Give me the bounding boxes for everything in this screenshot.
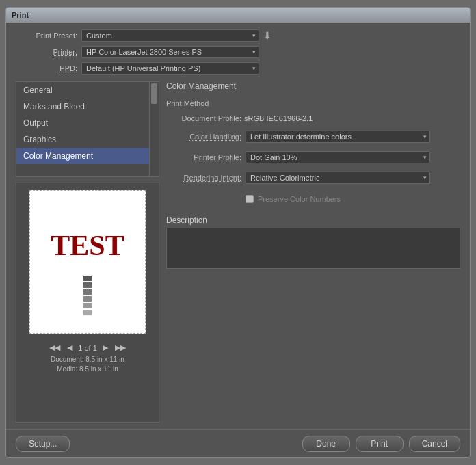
color-handling-label: Color Handling: [166, 133, 241, 141]
description-box [166, 228, 460, 269]
save-preset-icon[interactable]: ⬇ [263, 30, 272, 41]
doc-info: Document: 8.5 in x 11 in Media: 8.5 in x… [51, 355, 124, 377]
swatch-5 [83, 303, 92, 308]
doc-profile-label: Document Profile: [166, 114, 241, 122]
nav-first-btn[interactable]: ◀◀ [48, 343, 62, 352]
printer-profile-select[interactable]: Dot Gain 10%Dot Gain 15%Dot Gain 20%Dot … [246, 151, 430, 163]
color-handling-select-container: Let Illustrator determine colorsLet Post… [246, 131, 430, 143]
print-preset-label: Print Preset: [16, 31, 77, 40]
preserve-color-checkbox[interactable] [246, 195, 254, 203]
done-button[interactable]: Done [302, 436, 350, 452]
sidebar-item-graphics[interactable]: Graphics [16, 131, 149, 148]
swatch-1 [83, 276, 92, 281]
sidebar-item-color-management[interactable]: Color Management [16, 148, 149, 164]
printer-profile-select-container: Dot Gain 10%Dot Gain 15%Dot Gain 20%Dot … [246, 151, 430, 163]
right-panel: Color Management Print Method Document P… [166, 81, 460, 423]
print-preset-row: Print Preset: Custom ▾ ⬇ [16, 29, 460, 42]
printer-row: Printer: HP Color LaserJet 2800 Series P… [16, 46, 460, 58]
page-info: 1 of 1 [78, 344, 97, 352]
swatch-3 [83, 289, 92, 295]
nav-list-container: General Marks and Bleed Output Graphics … [16, 81, 159, 177]
sidebar-item-output[interactable]: Output [16, 115, 149, 131]
nav-next-btn[interactable]: ▶ [101, 343, 109, 352]
preserve-color-row: Preserve Color Numbers [166, 195, 460, 203]
preview-nav: ◀◀ ◀ 1 of 1 ▶ ▶▶ [45, 341, 130, 355]
bottom-bar: Setup... Done Print Cancel [6, 429, 470, 457]
color-handling-select[interactable]: Let Illustrator determine colorsLet Post… [246, 131, 430, 143]
preview-canvas: TEST [29, 190, 146, 334]
rendering-intent-select-container: PerceptualSaturationRelative Colorimetri… [246, 172, 430, 184]
action-buttons: Done Print Cancel [302, 436, 460, 452]
printer-select[interactable]: HP Color LaserJet 2800 Series PS [81, 46, 259, 58]
cancel-button[interactable]: Cancel [409, 436, 460, 452]
nav-list: General Marks and Bleed Output Graphics … [16, 81, 150, 177]
printer-label: Printer: [16, 48, 77, 56]
title-bar: Print [6, 8, 470, 23]
color-handling-row: Color Handling: Let Illustrator determin… [166, 131, 460, 143]
doc-profile-row: Document Profile: sRGB IEC61966-2.1 [166, 114, 460, 122]
color-management-title: Color Management [166, 81, 460, 91]
swatch-2 [83, 282, 92, 288]
top-controls: Print Preset: Custom ▾ ⬇ Printer: HP Col… [16, 29, 460, 75]
description-title: Description [166, 215, 460, 225]
doc-size: Document: 8.5 in x 11 in [51, 355, 124, 364]
printer-profile-row: Printer Profile: Dot Gain 10%Dot Gain 15… [166, 151, 460, 163]
printer-select-container: HP Color LaserJet 2800 Series PS ▾ [81, 46, 259, 58]
doc-profile-value: sRGB IEC61966-2.1 [244, 114, 313, 122]
preserve-color-label: Preserve Color Numbers [258, 195, 341, 203]
print-method-title: Print Method [166, 99, 460, 107]
ppd-select[interactable]: Default (HP Universal Printing PS) [81, 62, 259, 75]
rendering-intent-row: Rendering Intent: PerceptualSaturationRe… [166, 172, 460, 184]
ppd-select-container: Default (HP Universal Printing PS) ▾ [81, 62, 259, 75]
rendering-intent-label: Rendering Intent: [166, 174, 241, 182]
dialog-title: Print [12, 11, 29, 19]
swatch-6 [83, 310, 92, 315]
setup-button[interactable]: Setup... [16, 436, 70, 452]
nav-prev-btn[interactable]: ◀ [66, 343, 74, 352]
media-size: Media: 8.5 in x 11 in [51, 364, 124, 374]
dialog-body: Print Preset: Custom ▾ ⬇ Printer: HP Col… [6, 23, 470, 429]
print-preset-select[interactable]: Custom [81, 29, 259, 42]
nav-last-btn[interactable]: ▶▶ [114, 343, 127, 352]
print-dialog: Print Print Preset: Custom ▾ ⬇ Printer: [5, 7, 471, 458]
ppd-label: PPD: [16, 64, 77, 72]
sidebar-item-marks-bleed[interactable]: Marks and Bleed [16, 98, 149, 115]
sidebar-item-general[interactable]: General [16, 82, 149, 98]
preview-area: TEST ◀◀ ◀ 1 of 1 [16, 183, 159, 423]
swatch-4 [83, 296, 92, 302]
preview-color-bar [83, 276, 92, 315]
main-content: General Marks and Bleed Output Graphics … [16, 81, 460, 423]
rendering-intent-select[interactable]: PerceptualSaturationRelative Colorimetri… [246, 172, 430, 184]
scrollbar-thumb [151, 83, 157, 104]
sidebar: General Marks and Bleed Output Graphics … [16, 81, 159, 423]
print-button[interactable]: Print [356, 436, 404, 452]
ppd-row: PPD: Default (HP Universal Printing PS) … [16, 62, 460, 75]
preview-test-text: TEST [51, 229, 124, 262]
printer-profile-label: Printer Profile: [166, 153, 241, 161]
nav-scrollbar [150, 81, 159, 177]
print-preset-select-container: Custom ▾ [81, 29, 259, 42]
description-section: Description [166, 215, 460, 269]
